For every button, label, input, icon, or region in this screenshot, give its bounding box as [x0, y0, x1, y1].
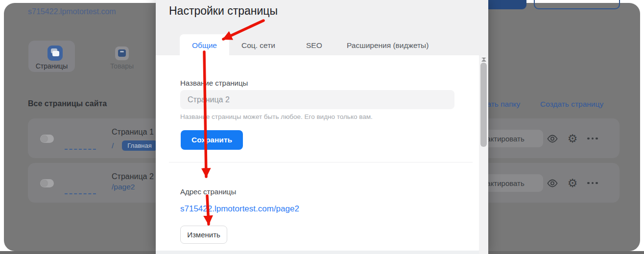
- secondary-button-partial[interactable]: [534, 0, 620, 9]
- site-url-link[interactable]: s715422.lpmotortest.com: [28, 7, 116, 16]
- create-page-link[interactable]: Создать страницу: [540, 100, 603, 109]
- page-list-title: Все страницы сайта: [28, 99, 107, 108]
- page-title: Страница 1: [112, 128, 154, 137]
- save-button[interactable]: Сохранить: [181, 130, 243, 150]
- page-path: /: [112, 141, 114, 150]
- page-settings-modal: Настройки страницы Общие Соц. сети SEO Р…: [156, 0, 488, 254]
- home-badge: Главная: [122, 140, 157, 151]
- page-name-label: Название страницы: [180, 79, 248, 87]
- page-address-link[interactable]: s715422.lpmotortest.com/page2: [180, 204, 299, 214]
- toggle-knob: [41, 136, 48, 142]
- gear-icon[interactable]: ⚙: [566, 132, 579, 145]
- nav-tab-products-label[interactable]: Товары: [107, 62, 137, 70]
- more-dots-icon[interactable]: [586, 132, 599, 145]
- tab-seo[interactable]: SEO: [306, 41, 322, 50]
- triangle-up-icon[interactable]: [481, 58, 486, 62]
- more-dots-icon[interactable]: [586, 177, 599, 189]
- section-divider: [169, 162, 473, 162]
- page-name-helper: Название страницы может быть любое. Его …: [180, 113, 373, 120]
- change-address-button[interactable]: Изменить: [180, 226, 227, 244]
- tab-general[interactable]: Общие: [180, 41, 229, 50]
- toggle-knob: [41, 180, 48, 186]
- page-visibility-toggle[interactable]: [40, 135, 54, 143]
- tab-extensions[interactable]: Расширения (виджеты): [347, 41, 429, 50]
- page-address-label: Адрес страницы: [180, 187, 236, 196]
- page-title: Страница 2: [112, 172, 154, 181]
- eye-icon[interactable]: [546, 177, 559, 189]
- page-name-input[interactable]: [180, 90, 454, 109]
- pages-icon: [48, 46, 63, 61]
- eye-icon[interactable]: [546, 132, 559, 145]
- gear-icon[interactable]: ⚙: [566, 177, 579, 189]
- scrollbar-thumb[interactable]: [480, 63, 487, 147]
- nav-tab-pages-label: Страницы: [28, 62, 75, 70]
- page-path-link[interactable]: /page2: [112, 183, 135, 191]
- box-icon[interactable]: [115, 46, 129, 60]
- tab-social[interactable]: Соц. сети: [241, 41, 275, 50]
- rename-dashed-link[interactable]: [65, 146, 96, 150]
- modal-title: Настройки страницы: [169, 4, 278, 18]
- modal-footer: [156, 251, 479, 254]
- rename-dashed-link[interactable]: [65, 190, 96, 194]
- page-visibility-toggle[interactable]: [40, 179, 54, 187]
